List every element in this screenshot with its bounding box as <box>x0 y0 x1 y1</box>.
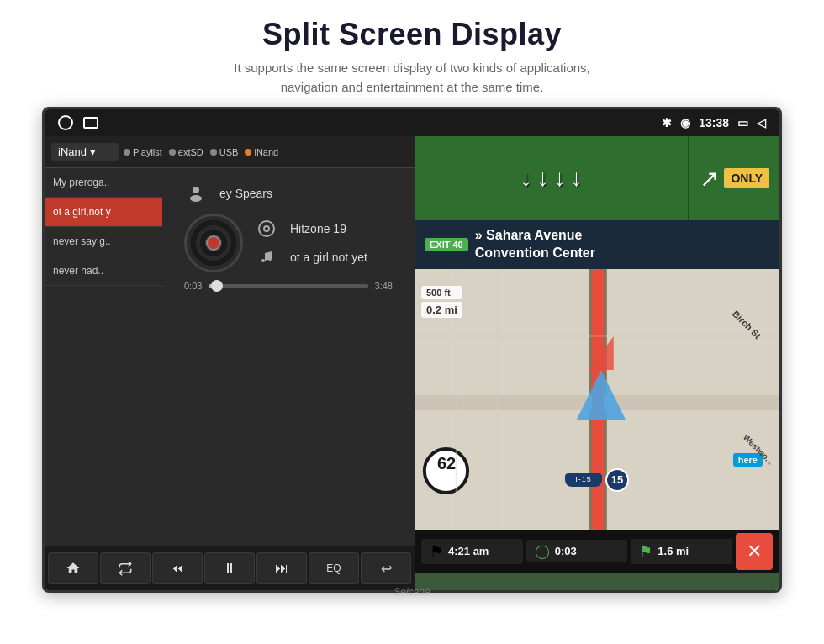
road-sign-top: ↓ ↓ ↓ ↓ ↗ ONLY <box>415 136 779 220</box>
location-icon: ◉ <box>680 116 690 129</box>
screen-icon: ▭ <box>737 116 748 129</box>
sign-arrow: ↓ <box>520 165 532 192</box>
speed-limit: 62 <box>425 442 468 486</box>
exit-badge: EXIT 40 <box>425 238 468 251</box>
source-usb[interactable]: USB <box>210 147 239 157</box>
progress-bar[interactable] <box>209 284 367 288</box>
vinyl-record <box>184 214 243 272</box>
flag-start-icon: ⚑ <box>430 542 443 561</box>
radio-dot <box>210 149 217 156</box>
playlist-item[interactable]: never say g.. <box>45 227 162 256</box>
banner-text-block: » Sahara Avenue Convention Center <box>475 227 595 262</box>
info-banner: EXIT 40 » Sahara Avenue Convention Cente… <box>415 220 779 269</box>
circle-icon <box>58 115 73 130</box>
music-panel: iNand ▾ Playlist extSD USB <box>45 136 415 590</box>
page-subtitle: It supports the same screen display of t… <box>0 59 824 97</box>
playlist-item[interactable]: never had.. <box>45 256 162 286</box>
svg-point-5 <box>268 257 272 261</box>
device-frame: ✱ ◉ 13:38 ▭ ◁ iNand ▾ Playlist <box>42 107 782 593</box>
only-badge: ONLY <box>724 168 769 188</box>
chevron-down-icon: ▾ <box>90 145 96 158</box>
source-options: Playlist extSD USB iNand <box>124 147 278 157</box>
playlist-sidebar: My preroga.. ot a girl,not y never say g… <box>45 168 162 546</box>
arrival-block: ⚑ 4:21 am <box>421 539 523 564</box>
distance-mi: 0.2 mi <box>421 302 462 318</box>
artist-name: ey Spears <box>219 187 272 200</box>
time-display: 13:38 <box>699 116 729 129</box>
highway-sign: I-15 15 <box>565 468 629 492</box>
bluetooth-icon: ✱ <box>662 116 672 129</box>
nav-panel: ↓ ↓ ↓ ↓ ↗ ONLY EXIT 40 » Sahara Avenue C <box>415 136 779 590</box>
poi-name: Convention Center <box>475 245 595 262</box>
home-button[interactable] <box>48 552 98 584</box>
svg-point-1 <box>190 195 202 202</box>
radio-dot-active <box>245 149 251 156</box>
source-label: iNand <box>58 145 87 158</box>
track-info: ey Spears <box>171 182 406 272</box>
disc-icon <box>255 217 278 240</box>
svg-point-0 <box>193 187 199 193</box>
sign-arrow: ↓ <box>571 165 583 192</box>
back-button[interactable]: ↩ <box>361 552 411 584</box>
flag-end-icon: ⚑ <box>639 542 652 561</box>
source-bar: iNand ▾ Playlist extSD USB <box>45 136 415 168</box>
control-bar: ⏮ ⏸ ⏭ EQ ↩ <box>45 546 415 590</box>
duration: 0:03 <box>555 545 577 557</box>
svg-point-3 <box>264 226 269 231</box>
next-button[interactable]: ⏭ <box>256 552 307 584</box>
radio-dot <box>124 149 130 156</box>
album-row: Hitzone 19 <box>184 214 406 272</box>
repeat-button[interactable] <box>100 552 151 584</box>
sign-arrow: ↓ <box>537 165 549 192</box>
playlist-item[interactable]: My preroga.. <box>45 168 162 198</box>
time-current: 0:03 <box>184 281 202 291</box>
radio-dot <box>169 149 176 156</box>
player-main: ey Spears <box>162 168 415 546</box>
song-icon-row: ot a girl not yet <box>255 245 367 269</box>
arrival-time: 4:21 am <box>448 545 489 557</box>
playlist-area: My preroga.. ot a girl,not y never say g… <box>45 168 415 546</box>
progress-row: 0:03 3:48 <box>184 281 393 291</box>
only-arrow: ↗ <box>700 165 719 193</box>
page-header: Split Screen Display It supports the sam… <box>0 0 824 107</box>
source-extsd[interactable]: extSD <box>169 147 203 157</box>
svg-point-2 <box>259 221 274 236</box>
split-container: iNand ▾ Playlist extSD USB <box>45 136 779 590</box>
source-dropdown[interactable]: iNand ▾ <box>51 143 119 161</box>
status-left <box>58 115 98 130</box>
distance-block: ⚑ 1.6 mi <box>631 539 732 564</box>
svg-point-4 <box>261 259 265 262</box>
back-icon: ◁ <box>757 116 766 129</box>
time-total: 3:48 <box>375 281 393 291</box>
eq-button[interactable]: EQ <box>309 552 359 584</box>
sign-arrow: ↓ <box>554 165 566 192</box>
map-area: 62 I-15 15 here 500 ft 0.2 mi Birch St <box>415 269 779 530</box>
artist-row: ey Spears <box>184 182 406 205</box>
status-bar: ✱ ◉ 13:38 ▭ ◁ <box>45 109 779 136</box>
progress-area: 0:03 3:48 <box>171 272 406 296</box>
progress-thumb <box>211 280 223 292</box>
person-icon <box>184 182 208 205</box>
remaining-distance: 1.6 mi <box>658 545 689 557</box>
music-note-icon <box>255 245 278 269</box>
highway-number: 15 <box>605 468 629 492</box>
sign-only: ↗ ONLY <box>688 136 779 220</box>
disc-icon-row: Hitzone 19 <box>255 217 367 240</box>
close-nav-button[interactable]: ✕ <box>736 533 773 570</box>
song-name: ot a girl not yet <box>290 251 367 264</box>
image-icon <box>83 117 98 129</box>
highway-label: I-15 <box>572 475 595 483</box>
playlist-item-active[interactable]: ot a girl,not y <box>45 198 162 227</box>
pause-button[interactable]: ⏸ <box>204 552 255 584</box>
source-inand[interactable]: iNand <box>245 147 278 157</box>
clock-icon: ◯ <box>535 543 550 559</box>
distance-overlay: 500 ft 0.2 mi <box>421 286 462 318</box>
source-playlist[interactable]: Playlist <box>124 147 162 157</box>
vinyl-center <box>206 235 221 251</box>
duration-block: ◯ 0:03 <box>526 540 628 562</box>
street-name: » Sahara Avenue <box>475 227 595 245</box>
status-right: ✱ ◉ 13:38 ▭ ◁ <box>662 116 766 129</box>
album-name: Hitzone 19 <box>290 222 346 235</box>
prev-button[interactable]: ⏮ <box>152 552 203 584</box>
sign-arrows: ↓ ↓ ↓ ↓ <box>415 136 688 220</box>
